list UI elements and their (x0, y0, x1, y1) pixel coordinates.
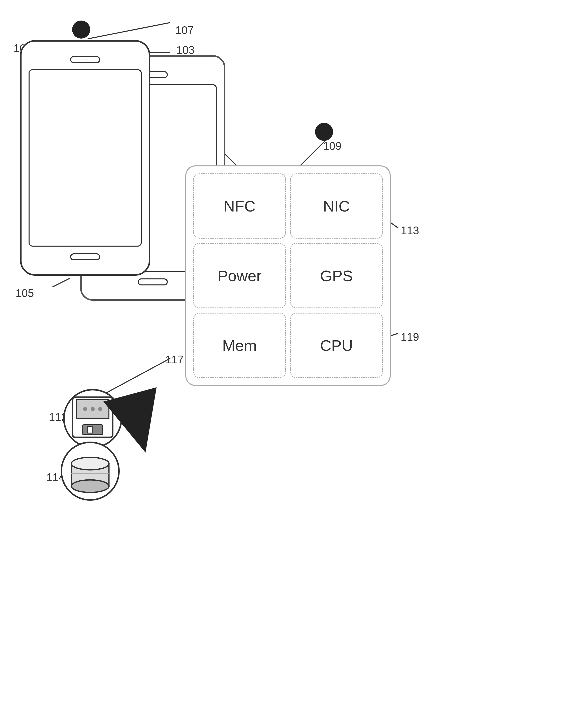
label-105: 105 (16, 287, 34, 299)
mem-label: Mem (222, 336, 257, 354)
cpu-label: CPU (320, 336, 353, 354)
label-113: 113 (401, 224, 419, 237)
phone-speaker-bottom (70, 253, 100, 260)
tablet-speaker-bottom (138, 278, 168, 286)
label-103: 103 (176, 44, 195, 56)
nic-label: NIC (323, 197, 350, 215)
svg-point-23 (71, 480, 109, 492)
svg-point-20 (98, 407, 102, 411)
nic-cell: NIC (290, 173, 383, 239)
connector-dot-109 (315, 123, 333, 141)
svg-point-19 (91, 407, 95, 411)
phone-speaker-top (70, 56, 100, 63)
svg-line-12 (53, 278, 70, 287)
power-label: Power (218, 267, 262, 285)
nfc-label: NFC (224, 197, 255, 215)
camera-dot-107 (72, 21, 90, 38)
phone-screen (29, 69, 142, 247)
database-icon (60, 441, 120, 501)
cpu-cell: CPU (290, 313, 383, 378)
nfc-cell: NFC (193, 173, 286, 239)
svg-point-18 (83, 407, 87, 411)
svg-point-24 (71, 457, 109, 470)
component-grid: NFC NIC Power GPS Mem CPU (185, 165, 391, 386)
label-109: 109 (323, 140, 341, 152)
svg-line-8 (105, 358, 170, 394)
phone-device (20, 40, 150, 276)
label-117: 117 (165, 353, 183, 366)
label-107: 107 (175, 24, 194, 36)
svg-line-0 (88, 23, 170, 39)
label-119: 119 (401, 331, 419, 343)
diagram-container: NFC NIC Power GPS Mem CPU (0, 0, 576, 728)
svg-rect-17 (88, 427, 93, 433)
gps-label: GPS (320, 267, 353, 285)
mem-cell: Mem (193, 313, 286, 378)
gps-cell: GPS (290, 243, 383, 308)
power-cell: Power (193, 243, 286, 308)
